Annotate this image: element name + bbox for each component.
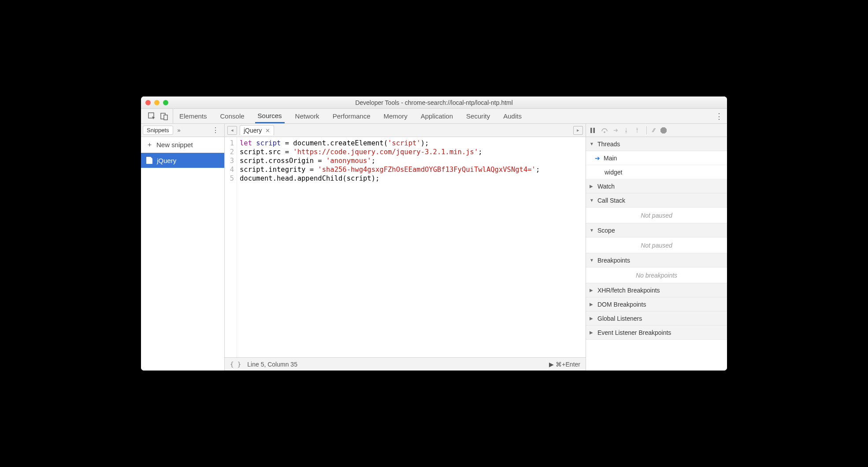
chevron-right-icon: ▶	[590, 330, 595, 335]
close-window-icon[interactable]	[145, 100, 151, 105]
titlebar: Developer Tools - chrome-search://local-…	[141, 96, 727, 109]
breakpoints-empty: No breakpoints	[586, 267, 727, 283]
section-threads[interactable]: ▼ Threads	[586, 137, 727, 151]
close-icon[interactable]: ✕	[265, 127, 270, 134]
tab-console[interactable]: Console	[218, 109, 247, 123]
file-tab[interactable]: jQuery ✕	[240, 125, 274, 135]
left-more-icon[interactable]: ⋮	[208, 126, 223, 134]
main-tabbar: ElementsConsoleSourcesNetworkPerformance…	[141, 109, 727, 124]
tab-elements[interactable]: Elements	[177, 109, 210, 123]
thread-widget[interactable]: widget	[586, 165, 727, 179]
new-snippet-button[interactable]: ＋ New snippet	[141, 137, 224, 153]
file-icon	[146, 157, 152, 164]
svg-rect-2	[164, 115, 167, 120]
step-over-icon[interactable]	[601, 127, 608, 133]
window-title: Developer Tools - chrome-search://local-…	[145, 99, 723, 106]
pause-exceptions-icon[interactable]	[660, 127, 667, 134]
step-icon[interactable]: ⭱	[634, 127, 640, 133]
section-scope[interactable]: ▼ Scope	[586, 223, 727, 237]
device-toggle-icon[interactable]	[160, 112, 168, 120]
thread-main[interactable]: ➔ Main	[586, 151, 727, 165]
cursor-status: Line 5, Column 35	[247, 361, 297, 368]
debugger-toolbar: ➔ ⭳ ⭱ ⁄⁄	[586, 124, 727, 137]
callstack-empty: Not paused	[586, 208, 727, 223]
chevron-down-icon: ▼	[590, 258, 595, 263]
overflow-icon[interactable]: »	[175, 127, 183, 133]
editor-panel: ◂ jQuery ✕ ▸ 12345 let script = document…	[225, 124, 586, 371]
left-mode-selector[interactable]: Snippets	[143, 126, 173, 135]
tab-audits[interactable]: Audits	[501, 109, 524, 123]
pretty-print-icon[interactable]: { }	[230, 361, 241, 368]
svg-rect-3	[590, 128, 592, 133]
arrow-right-icon: ➔	[595, 155, 600, 162]
window-controls	[145, 100, 168, 105]
tab-sources[interactable]: Sources	[255, 109, 285, 123]
chevron-right-icon: ▶	[590, 288, 595, 293]
chevron-right-icon: ▶	[590, 316, 595, 321]
toggle-debugger-icon[interactable]: ▸	[573, 126, 583, 135]
section-dom[interactable]: ▶ DOM Breakpoints	[586, 297, 727, 311]
step-into-icon[interactable]: ➔	[613, 127, 618, 133]
section-callstack[interactable]: ▼ Call Stack	[586, 193, 727, 208]
tab-application[interactable]: Application	[418, 109, 456, 123]
chevron-right-icon: ▶	[590, 302, 595, 307]
deactivate-breakpoints-icon[interactable]: ⁄⁄	[653, 127, 655, 133]
chevron-down-icon: ▼	[590, 141, 595, 146]
step-out-icon[interactable]: ⭳	[623, 127, 629, 133]
snippet-name: jQuery	[157, 157, 176, 164]
new-snippet-label: New snippet	[156, 141, 193, 148]
more-options-icon[interactable]: ⋮	[714, 111, 724, 121]
plus-icon: ＋	[146, 141, 153, 149]
tab-network[interactable]: Network	[293, 109, 322, 123]
section-breakpoints[interactable]: ▼ Breakpoints	[586, 253, 727, 267]
maximize-window-icon[interactable]	[163, 100, 168, 105]
section-event[interactable]: ▶ Event Listener Breakpoints	[586, 326, 727, 340]
file-tab-label: jQuery	[244, 127, 262, 134]
section-xhr[interactable]: ▶ XHR/fetch Breakpoints	[586, 283, 727, 297]
code-editor[interactable]: 12345 let script = document.createElemen…	[225, 137, 586, 357]
section-global[interactable]: ▶ Global Listeners	[586, 311, 727, 326]
line-gutter: 12345	[225, 137, 237, 357]
tab-performance[interactable]: Performance	[330, 109, 373, 123]
debugger-panel: ➔ ⭳ ⭱ ⁄⁄ ▼ Threads ➔ Main widget ▶	[586, 124, 727, 371]
minimize-window-icon[interactable]	[154, 100, 160, 105]
chevron-down-icon: ▼	[590, 228, 595, 233]
code-area[interactable]: let script = document.createElement('scr…	[237, 137, 542, 357]
inspect-icon[interactable]	[148, 112, 156, 120]
toggle-navigator-icon[interactable]: ◂	[227, 126, 237, 135]
tab-security[interactable]: Security	[464, 109, 493, 123]
snippet-item[interactable]: jQuery	[141, 153, 224, 168]
svg-point-5	[604, 131, 605, 133]
scope-empty: Not paused	[586, 237, 727, 253]
svg-rect-4	[594, 128, 595, 133]
devtools-window: Developer Tools - chrome-search://local-…	[141, 96, 727, 371]
chevron-down-icon: ▼	[590, 198, 595, 203]
left-panel: Snippets » ⋮ ＋ New snippet jQuery	[141, 124, 225, 371]
chevron-right-icon: ▶	[590, 184, 595, 189]
section-watch[interactable]: ▶ Watch	[586, 179, 727, 193]
tab-memory[interactable]: Memory	[381, 109, 410, 123]
pause-icon[interactable]	[590, 127, 596, 133]
run-snippet-button[interactable]: ▶ ⌘+Enter	[549, 361, 580, 368]
